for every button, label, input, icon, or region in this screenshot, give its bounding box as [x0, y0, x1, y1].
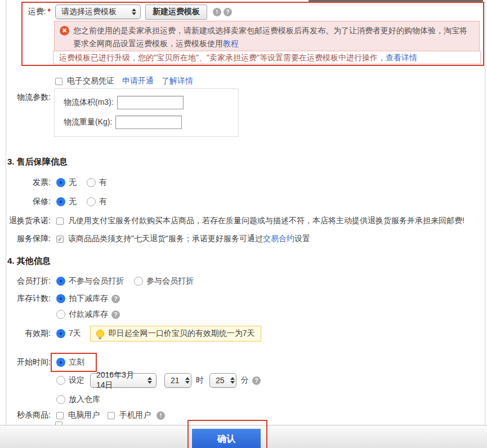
member-discount-row: 会员打折: 不参与会员打折 参与会员打折 [0, 274, 194, 289]
service-checkbox[interactable]: ✓ [56, 236, 64, 243]
invoice-row: 发票: 无 有 [0, 175, 107, 190]
start-now-label: 立刻 [69, 357, 84, 367]
warranty-yes-label: 有 [99, 197, 107, 207]
invoice-no-label: 无 [69, 178, 77, 188]
start-time-row1: 开始时间: 立刻 [0, 355, 84, 370]
start-warehouse-radio[interactable] [56, 395, 65, 404]
tutorial-link[interactable]: 教程 [223, 39, 239, 48]
weight-label: 物流重量(Kg): [64, 117, 112, 127]
validity-tip: 即日起全网一口价宝贝的有效期统一为7天 [90, 326, 261, 341]
validity-7days-radio[interactable] [56, 329, 65, 338]
weight-input[interactable] [115, 116, 182, 129]
seckill-pc-label: 电脑用户 [68, 410, 100, 420]
view-details-link[interactable]: 查看详情 [386, 53, 417, 62]
seckill-label: 秒杀商品: [0, 410, 51, 420]
discount-yes-label: 参与会员打折 [146, 276, 194, 286]
seckill-row: 秒杀商品: 电脑用户 手机用户 ! [0, 408, 165, 423]
returns-label: 退换货承诺: [0, 216, 51, 226]
stock-on-payment-radio[interactable] [56, 310, 65, 319]
select-stepper-icon [185, 377, 190, 384]
learn-more-link[interactable]: 了解详情 [162, 76, 193, 86]
start-scheduled-label: 设定 [69, 375, 84, 385]
info-icon[interactable]: ! [157, 411, 165, 420]
discount-yes-radio[interactable] [134, 277, 143, 286]
cutoff-shadow [309, 2, 483, 8]
minute-select-value: 25 [216, 376, 225, 385]
evoucher-checkbox[interactable] [55, 78, 62, 85]
validity-row: 有效期: 7天 即日起全网一口价宝贝的有效期统一为7天 [0, 326, 261, 341]
select-stepper-icon [132, 8, 136, 15]
freight-row: 运费:* 请选择运费模板 新建运费模板 ! ? [0, 5, 232, 19]
help-icon[interactable]: ? [224, 8, 232, 16]
evoucher-label: 电子交易凭证 [67, 76, 114, 86]
start-time-label: 开始时间: [0, 357, 51, 367]
stock-count-row1: 库存计数: 拍下减库存 ? [0, 291, 120, 306]
service-label: 服务保障: [0, 234, 51, 244]
stock-on-payment-label: 付款减库存 [69, 309, 108, 320]
hour-select-value: 21 [171, 376, 180, 385]
logistics-volume-row: 物流体积(m3): [64, 96, 238, 109]
stock-on-order-radio[interactable] [56, 294, 65, 303]
warranty-no-radio[interactable] [56, 197, 65, 206]
validity-label: 有效期: [0, 329, 51, 339]
info-icon[interactable]: ! [213, 8, 221, 16]
error-icon: ✕ [60, 26, 69, 36]
warranty-row: 保修: 无 有 [0, 194, 107, 209]
right-border [485, 0, 485, 448]
help-icon[interactable]: ? [111, 295, 120, 303]
stock-label: 库存计数: [0, 294, 51, 304]
new-freight-template-button[interactable]: 新建运费模板 [145, 5, 207, 20]
seckill-mobile-label: 手机用户 [119, 410, 151, 420]
service-row: 服务保障: ✓ 该商品品类须支持"七天退货"服务；承诺更好服务可通过交易合约设置 [0, 232, 310, 246]
invoice-yes-label: 有 [99, 178, 107, 188]
required-asterisk: * [48, 7, 51, 16]
stock-count-row2: 付款减库存 ? [0, 307, 120, 322]
invoice-yes-radio[interactable] [87, 178, 96, 187]
returns-checkbox[interactable] [56, 218, 64, 225]
freight-upgrade-notice: 运费模板已进行升级，您的"宝贝所在地"、"卖家承担运费"等设置需要在运费模板中进… [53, 51, 481, 64]
validity-7days-label: 7天 [69, 329, 81, 339]
apply-open-link[interactable]: 申请开通 [122, 76, 154, 86]
confirm-button[interactable]: 确认 [192, 429, 261, 448]
freight-error-text: 您之前使用的是卖家承担运费，请新建或选择卖家包邮运费模板后再发布。为了让消费者更… [73, 24, 474, 50]
hour-unit-label: 时 [196, 375, 204, 385]
service-text: 该商品品类须支持"七天退货"服务；承诺更好服务可通过交易合约设置 [68, 234, 310, 244]
seckill-mobile-checkbox[interactable] [108, 412, 115, 419]
select-stepper-icon [230, 377, 235, 384]
start-warehouse-label: 放入仓库 [69, 394, 100, 405]
returns-text: 凡使用支付宝服务付款购买本店商品，若存在质量问题或与描述不符，本店将主动提供退换… [68, 216, 464, 226]
start-time-row2: 设定 2016年3月14日 21 时 25 分 ? [0, 373, 261, 388]
select-stepper-icon [148, 377, 152, 384]
invoice-label: 发票: [0, 178, 51, 188]
start-now-radio[interactable] [56, 358, 65, 367]
minute-unit-label: 分 [241, 375, 249, 385]
discount-label: 会员打折: [0, 276, 51, 286]
logistics-weight-row: 物流重量(Kg): [64, 116, 238, 129]
section4-title: 4. 其他信息 [7, 256, 51, 267]
minute-select[interactable]: 25 [209, 373, 236, 388]
freight-label: 运费:* [0, 7, 51, 17]
volume-input[interactable] [117, 96, 184, 109]
discount-no-radio[interactable] [56, 277, 65, 286]
start-scheduled-radio[interactable] [56, 376, 65, 385]
seckill-pc-checkbox[interactable] [56, 412, 64, 419]
warranty-yes-radio[interactable] [87, 197, 96, 206]
stock-on-order-label: 拍下减库存 [69, 294, 108, 304]
logistics-label: 物流参数: [0, 92, 51, 103]
date-select-value: 2016年3月14日 [96, 370, 142, 391]
date-select[interactable]: 2016年3月14日 [90, 373, 157, 388]
freight-error-alert: ✕ 您之前使用的是卖家承担运费，请新建或选择卖家包邮运费模板后再发布。为了让消费… [54, 21, 480, 54]
publish-item-form: 运费:* 请选择运费模板 新建运费模板 ! ? ✕ 您之前使用的是卖家承担运费，… [0, 0, 487, 448]
start-time-row3: 放入仓库 [0, 392, 100, 407]
section3-title: 3. 售后保障信息 [7, 157, 68, 167]
hour-select[interactable]: 21 [164, 373, 191, 388]
evoucher-row: 电子交易凭证 申请开通 了解详情 [55, 74, 193, 88]
freight-template-select-value: 请选择运费模板 [61, 7, 117, 17]
invoice-no-radio[interactable] [56, 178, 65, 187]
validity-tip-text: 即日起全网一口价宝贝的有效期统一为7天 [109, 329, 255, 339]
warranty-label: 保修: [0, 197, 51, 207]
help-icon[interactable]: ? [252, 376, 261, 385]
trade-contract-link[interactable]: 交易合约 [263, 234, 294, 243]
help-icon[interactable]: ? [111, 311, 120, 319]
freight-template-select[interactable]: 请选择运费模板 [55, 5, 141, 19]
